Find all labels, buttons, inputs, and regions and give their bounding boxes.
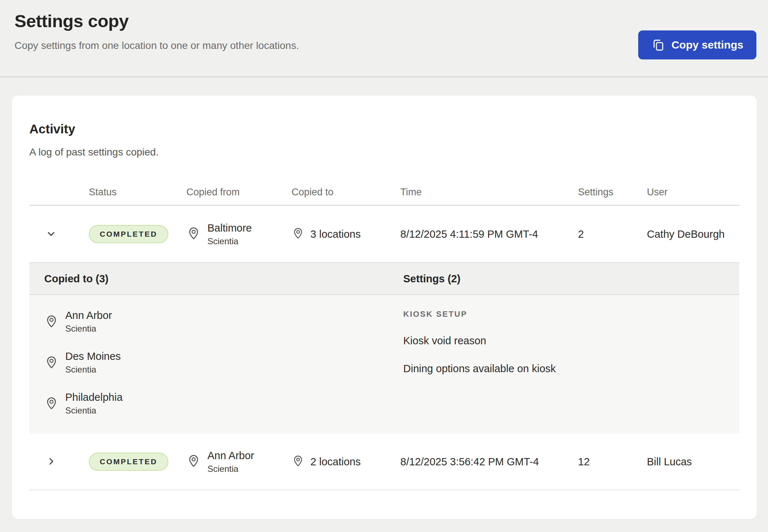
settings-group-label: KIOSK SETUP [403,309,739,319]
list-item-setting: Dining options available on kiosk [403,363,739,375]
expand-row-button[interactable] [43,453,59,471]
detail-copied-to-header: Copied to (3) [44,273,403,285]
location-pin-icon [44,314,59,330]
activity-subtitle: A log of past settings copied. [29,146,739,158]
detail-locations-list: Ann Arbor Scientia [44,309,403,416]
list-item-location: Philadelphia Scientia [44,391,403,416]
chevron-right-icon [46,456,57,468]
location-pin-icon [186,453,201,470]
settings-copy-page: Settings copy Copy settings from one loc… [0,0,768,532]
column-header-user: User [638,187,739,198]
page-header: Settings copy Copy settings from one loc… [0,0,768,77]
activity-card: Activity A log of past settings copied. … [12,96,757,519]
status-badge: COMPLETED [89,453,168,471]
copied-from-location-name: Baltimore [207,222,252,234]
location-pin-icon [292,226,305,242]
detail-location-org: Scientia [65,365,121,375]
location-pin-icon [292,454,305,470]
column-header-time: Time [392,187,569,198]
detail-location-name: Des Moines [65,350,121,362]
detail-settings-header: Settings (2) [403,273,739,285]
copied-to-summary: 3 locations [310,228,361,240]
copied-from-location-name: Ann Arbor [207,450,254,462]
row-user: Cathy DeBourgh [638,228,739,240]
activity-row-collapsed: COMPLETED Ann Arbor Scientia [29,434,739,490]
row-settings-count: 12 [569,456,638,468]
detail-location-name: Philadelphia [65,391,123,403]
copied-to-summary: 2 locations [310,456,361,468]
copied-from-location-org: Scientia [207,236,252,246]
detail-location-org: Scientia [65,324,112,334]
page-title: Settings copy [15,11,756,31]
copied-from-location-org: Scientia [207,464,254,474]
column-header-copied-to: Copied to [283,187,392,198]
list-item-setting: Kiosk void reason [403,335,739,347]
row-time: 8/12/2025 3:56:42 PM GMT-4 [392,456,569,468]
list-item-location: Ann Arbor Scientia [44,309,403,334]
row-detail-panel: Copied to (3) Settings (2) [29,262,739,434]
copy-icon [651,38,665,52]
location-pin-icon [44,355,59,371]
row-settings-count: 2 [569,228,638,240]
row-user: Bill Lucas [638,456,739,468]
detail-settings-list: KIOSK SETUP Kiosk void reason Dining opt… [403,309,739,416]
collapse-row-button[interactable] [43,225,59,243]
list-item-location: Des Moines Scientia [44,350,403,375]
column-header-copied-from: Copied from [179,187,283,198]
row-time: 8/12/2025 4:11:59 PM GMT-4 [392,228,569,240]
status-badge: COMPLETED [89,225,168,243]
copy-settings-button[interactable]: Copy settings [638,30,756,59]
column-header-settings: Settings [569,187,638,198]
column-header-status: Status [73,187,179,198]
chevron-down-icon [46,228,57,240]
detail-location-name: Ann Arbor [65,309,112,321]
detail-body: Ann Arbor Scientia [29,295,739,434]
location-pin-icon [44,396,59,412]
activity-table: Status Copied from Copied to Time Settin… [29,180,739,490]
detail-subheader-row: Copied to (3) Settings (2) [29,262,739,295]
activity-row-expanded: COMPLETED Baltimore Scientia [29,206,739,262]
detail-location-org: Scientia [65,406,123,416]
table-header-row: Status Copied from Copied to Time Settin… [29,180,739,206]
activity-title: Activity [29,122,739,136]
copy-settings-button-label: Copy settings [672,39,743,51]
location-pin-icon [186,226,201,243]
